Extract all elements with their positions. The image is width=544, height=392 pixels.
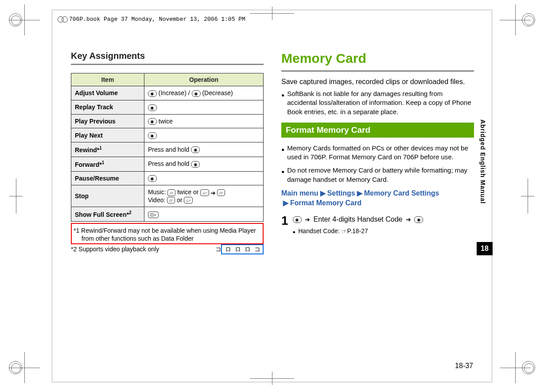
bullet-item: ● Memory Cards formatted on PCs or other…	[281, 144, 474, 162]
chevron-right-icon: ▶	[357, 189, 362, 197]
cropmark-tr	[500, 4, 535, 40]
table-row: Show Full Screen*2 ⊡⋆	[71, 207, 264, 222]
nav-left-icon: ◉	[148, 104, 157, 111]
operation-cell: Music: ▱ twice or ⌂▫➔▱ Video: ▱ or ⌂▫	[144, 185, 263, 207]
table-row: Pause/Resume ◉	[71, 171, 264, 185]
bullet-dot-icon: ●	[281, 146, 284, 162]
table-row: Play Previous ◉ twice	[71, 114, 264, 128]
annotation-blue-box: コ ロ ロ ロ コ	[221, 244, 264, 254]
nav-center-icon: ◉	[148, 175, 157, 182]
item-cell: Replay Track	[71, 100, 144, 114]
table-row: Adjust Volume ◉ (Increase) / ◉ (Decrease…	[71, 86, 264, 100]
page-number: 18-37	[455, 362, 473, 370]
nav-center-icon: ◉	[414, 216, 423, 223]
item-cell: Show Full Screen*2	[71, 207, 144, 222]
step-number: 1	[281, 215, 288, 227]
operation-cell: Press and hold ◉	[144, 157, 263, 171]
chevron-right-icon: ▶	[320, 189, 326, 197]
table-row: Stop Music: ▱ twice or ⌂▫➔▱ Video: ▱ or …	[71, 185, 264, 207]
key-assignments-table: Item Operation Adjust Volume ◉ (Increase…	[71, 73, 264, 222]
item-cell: Play Next	[71, 128, 144, 142]
hold-key-icon: ⌂▫	[184, 197, 193, 204]
heading-rule	[281, 70, 474, 72]
bullet-item: ● Do not remove Memory Card or battery w…	[281, 166, 474, 184]
operation-cell: ◉	[144, 171, 263, 185]
cropmark-right-center	[528, 178, 528, 214]
bullet-text: Memory Cards formatted on PCs or other d…	[287, 144, 474, 162]
heading-rule	[71, 64, 264, 65]
item-cell: Rewind*1	[71, 142, 144, 157]
annotation-red-box: *1 Rewind/Forward may not be available w…	[71, 223, 264, 244]
bullet-item: ● SoftBank is not liable for any damages…	[281, 89, 474, 116]
table-header-item: Item	[71, 73, 144, 86]
softkey-icon: ▱	[167, 197, 175, 204]
operation-cell: ◉ twice	[144, 114, 263, 128]
softkey-icon: ▱	[217, 189, 225, 196]
binder-rings-icon	[58, 16, 66, 23]
cropmark-bl	[9, 352, 44, 388]
item-cell: Pause/Resume	[71, 171, 144, 185]
nav-breadcrumb: Main menu▶Settings▶Memory Card Settings▶…	[281, 188, 474, 208]
memory-card-heading: Memory Card	[281, 51, 474, 66]
step-row: 1 ◉ ➔ Enter 4-digits Handset Code ➔ ◉ ● …	[281, 215, 474, 236]
format-card-subheading: Format Memory Card	[281, 123, 474, 138]
softkey-icon: ▱	[167, 189, 175, 196]
table-row: Replay Track ◉	[71, 100, 264, 114]
table-header-operation: Operation	[144, 73, 263, 86]
cropmark-br	[500, 352, 535, 388]
nav-up-icon: ◉	[148, 90, 157, 97]
book-header: 706P.book Page 37 Monday, November 13, 2…	[58, 16, 245, 23]
hold-key-icon: ⌂▫	[200, 189, 209, 196]
book-header-text: 706P.book Page 37 Monday, November 13, 2…	[69, 16, 245, 23]
operation-cell: Press and hold ◉	[144, 142, 263, 157]
step-sub: ● Handset Code: ☞P.18-27	[293, 227, 424, 236]
item-cell: Play Previous	[71, 114, 144, 128]
step-text: Enter 4-digits Handset Code	[313, 215, 404, 223]
footnote-2-row: *2 Supports video playback only コ ロ ロ ロ …	[71, 245, 264, 253]
footnote-2: *2 Supports video playback only	[71, 246, 159, 253]
item-cell: Adjust Volume	[71, 86, 144, 100]
nav-down-icon: ◉	[192, 90, 201, 97]
nav-right-icon: ◉	[191, 161, 200, 168]
bullet-text: Do not remove Memory Card or battery whi…	[287, 166, 474, 184]
arrow-right-icon: ➔	[406, 216, 411, 223]
bullet-dot-icon: ●	[281, 168, 284, 184]
item-cell: Stop	[71, 185, 144, 207]
key-assignments-heading: Key Assignments	[71, 51, 264, 61]
bullet-dot-icon: ●	[293, 229, 296, 236]
bullet-dot-icon: ●	[281, 92, 284, 116]
side-chapter-label: Abridged English Manual	[479, 119, 486, 204]
nav-right-icon: ◉	[148, 132, 157, 139]
operation-cell: ⊡⋆	[144, 207, 263, 222]
footnote-1: *1 Rewind/Forward may not be available w…	[74, 227, 261, 242]
cropmark-tl	[9, 4, 44, 40]
operation-cell: ◉ (Increase) / ◉ (Decrease)	[144, 86, 263, 100]
operation-cell: ◉	[144, 100, 263, 114]
arrow-right-icon: ➔	[305, 216, 310, 223]
table-row: Forward*1 Press and hold ◉	[71, 157, 264, 171]
item-cell: Forward*1	[71, 157, 144, 171]
camera-key-icon: ⊡⋆	[148, 211, 159, 218]
page-tab: 18	[477, 242, 493, 255]
memory-card-lead: Save captured images, recorded clips or …	[281, 78, 474, 86]
operation-cell: ◉	[144, 128, 263, 142]
nav-left-icon: ◉	[191, 146, 200, 153]
cropmark-left-center	[16, 178, 16, 214]
nav-center-icon: ◉	[293, 216, 302, 223]
chevron-right-icon: ▶	[283, 199, 288, 207]
arrow-right-icon: ➔	[210, 189, 216, 196]
table-row: Play Next ◉	[71, 128, 264, 142]
table-row: Rewind*1 Press and hold ◉	[71, 142, 264, 157]
nav-left-icon: ◉	[148, 118, 157, 125]
bullet-text: SoftBank is not liable for any damages r…	[287, 89, 474, 116]
